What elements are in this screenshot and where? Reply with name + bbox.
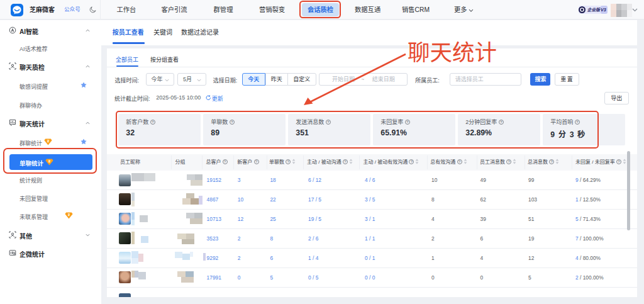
svg-text:2: 2 <box>68 213 70 217</box>
svg-text:2: 2 <box>47 139 48 143</box>
